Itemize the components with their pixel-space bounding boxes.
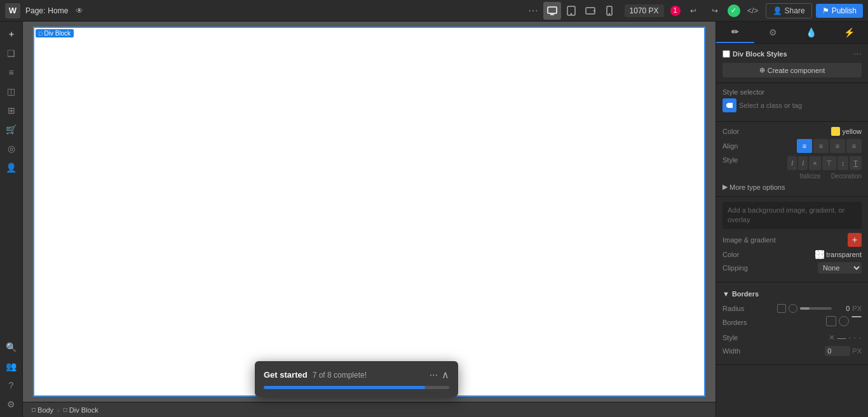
share-button[interactable]: 👤 Share [766,3,812,18]
page-label: Page: [25,6,45,15]
radius-prop-row: Radius 0 PX [722,304,862,313]
bg-color-label: Color [722,251,739,258]
share-icon: 👤 [773,6,782,15]
div-block-more-icon[interactable]: ··· [853,49,862,59]
border-dashed-icon[interactable]: - - - [848,334,862,341]
sidebar-cms-icon[interactable]: ⊞ [3,102,20,119]
logo: W [5,3,20,18]
borders-collapse-header[interactable]: ▼ Borders [722,288,862,300]
align-group: ≡ ≡ ≡ ≡ [797,139,862,153]
color-value[interactable]: yellow [831,127,862,136]
redo-icon[interactable]: ↪ [706,2,724,20]
border-width-input[interactable] [825,346,850,356]
align-right-btn[interactable]: ≡ [830,139,845,153]
sidebar-assets-icon[interactable]: ◫ [3,83,20,100]
color-row: Color yellow [722,127,862,136]
settings-tab[interactable]: ⚙ [754,22,792,43]
sidebar-settings-icon[interactable]: ⚙ [3,395,20,413]
sidebar-pages-icon[interactable]: ❑ [3,44,20,62]
sidebar-ecommerce-icon[interactable]: 🛒 [3,121,20,138]
svg-point-3 [571,13,571,14]
create-component-button[interactable]: ⊕ Create component [722,63,862,77]
canvas-width: 1070 PX [625,4,664,17]
undo-icon[interactable]: ↩ [684,2,702,20]
decoration-label: Decoration [831,173,862,180]
bg-color-value[interactable]: transparent [815,250,862,259]
bg-hint: Add a background image, gradient, or ove… [722,202,862,229]
bolt-tab[interactable]: ⚡ [830,22,868,43]
publish-button[interactable]: ⚑ Publish [816,4,863,18]
get-started-title: Get started [264,370,308,380]
borders-section: ▼ Borders Radius 0 PX Borders [716,282,868,365]
div-block-styles-section: Div Block Styles ··· ⊕ Create component [716,44,868,83]
add-gradient-button[interactable]: ＋ [848,233,862,247]
mobile-landscape-btn[interactable] [581,2,599,20]
border-top-icon [851,316,862,326]
border-style-label: Style [722,334,738,341]
breadcrumb-div-block[interactable]: □ Div Block [60,405,102,415]
borders-section-title: Borders [732,290,759,298]
more-type-options[interactable]: ▶ More type options [722,183,862,191]
sidebar-help-icon[interactable]: ? [3,376,20,394]
class-tag-icon [722,98,736,112]
sidebar-search-icon[interactable]: 🔍 [3,338,20,356]
desktop-device-btn[interactable] [543,2,561,20]
mobile-device-btn[interactable] [600,2,618,20]
italic2-btn[interactable]: I [798,156,808,170]
style-tab[interactable]: ✏ [716,22,754,43]
get-started-progress: 7 of 8 complete! [313,371,367,380]
strikethrough-btn[interactable]: × [809,156,820,170]
clipping-select[interactable]: None Content Padding Border [818,262,862,274]
border-solid-icon[interactable]: — [837,333,846,343]
underline-btn[interactable]: T [850,156,862,170]
sidebar-members-icon[interactable]: 👤 [3,159,20,176]
italicize-label: Italicize [799,173,820,180]
radius-slider[interactable] [800,307,832,310]
class-tag-input[interactable] [739,102,862,109]
progress-bar-fill [264,386,425,389]
eye-icon[interactable]: 👁 [71,2,88,20]
style-selector-label: Style selector [722,88,862,96]
style-group: I I × ⊤ ↕ T [787,156,862,170]
code-icon[interactable]: </> [744,2,762,20]
color-label: Color [722,128,739,135]
get-started-more-icon[interactable]: ··· [430,369,438,381]
breadcrumb-bar: □ Body › □ Div Block [23,402,715,417]
baseline-btn[interactable]: ↕ [837,156,849,170]
superscript-btn[interactable]: ⊤ [822,156,836,170]
tablet-device-btn[interactable] [562,2,580,20]
align-center-btn[interactable]: ≡ [813,139,829,153]
align-justify-btn[interactable]: ≡ [846,139,862,153]
topbar: W Page: Home 👁 ⋯ 1070 PX 1 ↩ ↪ ✓ </> 👤 S… [0,0,868,22]
paint-tab[interactable]: 💧 [792,22,831,43]
get-started-close-icon[interactable]: ∧ [442,369,449,381]
canvas-inner[interactable]: □ Div Block [23,22,715,402]
sidebar-users-icon[interactable]: 👥 [3,357,20,375]
sidebar-add-icon[interactable]: ＋ [3,25,20,43]
div-block-styles-header: Div Block Styles ··· [722,49,862,59]
page-name[interactable]: Home [48,6,68,15]
create-component-label: Create component [768,67,825,74]
device-group [543,2,618,20]
border-none-icon[interactable]: ✕ [829,333,835,342]
more-options-icon[interactable]: ⋯ [526,3,541,18]
style-label: Style [722,156,738,164]
publish-label: Publish [832,6,857,15]
image-gradient-label: Image & gradient [722,236,776,244]
sidebar-interactions-icon[interactable]: ◎ [3,140,20,157]
notification-badge: 1 [670,6,681,16]
italic-btn[interactable]: I [787,156,797,170]
div-block-styles-checkbox[interactable] [722,50,730,58]
align-left-btn[interactable]: ≡ [797,139,812,153]
svg-point-5 [593,10,594,11]
radius-circle-icon [789,304,797,313]
breadcrumb-body[interactable]: □ Body [28,405,57,415]
style-row: Style I I × ⊤ ↕ T Italicize Decoration [722,156,862,180]
canvas-area: □ Div Block □ Body › □ Div Block Get sta… [23,22,715,417]
div-block-label-bc: Div Block [69,406,98,414]
sidebar-layers-icon[interactable]: ≡ [3,63,20,81]
border-width-px: PX [852,347,862,355]
radius-label: Radius [722,305,744,312]
body-icon: □ [32,406,36,413]
canvas-frame[interactable]: □ Div Block [33,27,705,397]
